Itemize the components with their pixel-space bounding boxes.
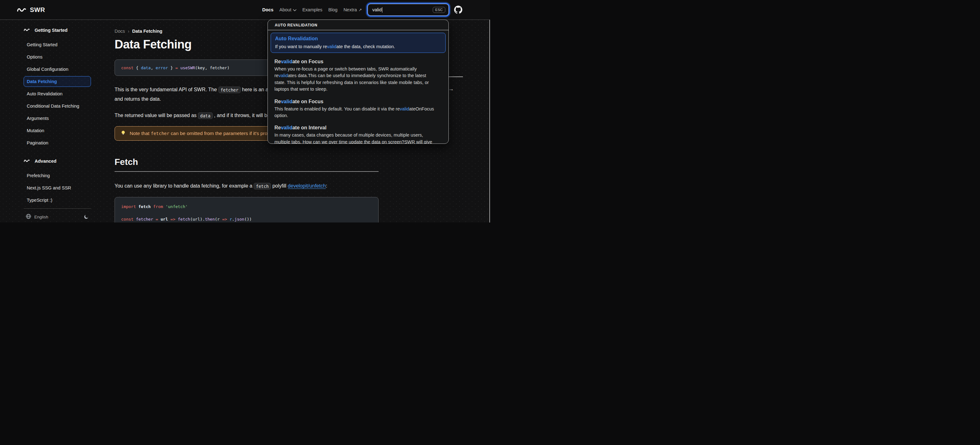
search-result-title: Auto Revalidation (275, 36, 441, 42)
sidebar-item-mutation[interactable]: Mutation (24, 125, 91, 136)
search-result-description: If you want to manually revalidate the d… (275, 43, 441, 50)
search-result-revalidate-on-focus-1[interactable]: Revalidate on Focus When you re-focus a … (274, 59, 444, 93)
navbar-inner: SWR Docs About Examples Blog Nextra ↗ v (17, 0, 462, 19)
nav-links: Docs About Examples Blog Nextra ↗ (262, 7, 362, 12)
sidebar-item-auto-revalidation[interactable]: Auto Revalidation (24, 89, 91, 99)
nav-link-about[interactable]: About (280, 7, 296, 12)
sidebar-item-global-configuration[interactable]: Global Configuration (24, 64, 91, 75)
search-result-description: This feature is enabled by default. You … (274, 106, 444, 119)
search-input[interactable]: valid ESC (368, 4, 449, 16)
toc-link-arrow-icon[interactable]: → (448, 86, 454, 92)
code-block-unfetch: import fetch from 'unfetch' const fetche… (115, 197, 379, 222)
language-label: English (34, 215, 48, 219)
nav-link-nextra[interactable]: Nextra ↗ (344, 7, 362, 12)
sidebar-items: Getting Started Options Global Configura… (24, 39, 91, 148)
language-selector[interactable]: English (26, 214, 48, 220)
sidebar-section-getting-started: Getting Started (24, 25, 91, 35)
sidebar-section-advanced: Advanced (24, 156, 91, 166)
search-result-revalidate-on-focus-2[interactable]: Revalidate on Focus This feature is enab… (274, 99, 444, 119)
search-results-header: AUTO REVALIDATION (268, 20, 449, 30)
search-input-value: valid (372, 7, 382, 12)
globe-icon (26, 214, 31, 220)
sidebar-item-typescript[interactable]: TypeScript :) (24, 195, 91, 205)
inline-link[interactable]: developit/unfetch (288, 183, 326, 189)
external-link-icon: ↗ (358, 8, 362, 12)
text-caret (382, 7, 383, 13)
page: SWR Docs About Examples Blog Nextra ↗ v (0, 0, 490, 222)
logo-text: SWR (30, 6, 45, 14)
breadcrumb-docs[interactable]: Docs (115, 29, 125, 34)
sidebar-footer: English (24, 209, 91, 222)
sidebar-item-getting-started[interactable]: Getting Started (24, 39, 91, 50)
sidebar-item-arguments[interactable]: Arguments (24, 113, 91, 124)
scrollbar[interactable] (489, 20, 490, 222)
search-result-title: Revalidate on Interval (274, 125, 444, 131)
sidebar: Getting Started Getting Started Options … (24, 25, 91, 222)
search-results-popup: AUTO REVALIDATION Auto Revalidation If y… (267, 19, 449, 144)
chevron-down-icon (293, 7, 296, 12)
sidebar-gap (24, 150, 91, 156)
search-results-list: Revalidate on Focus When you re-focus a … (268, 59, 449, 144)
search-result-title: Revalidate on Focus (274, 59, 444, 65)
theme-toggle-button[interactable] (83, 214, 89, 220)
nav-link-docs[interactable]: Docs (262, 7, 273, 12)
moon-icon (83, 214, 89, 220)
swr-logo[interactable]: SWR (17, 6, 45, 14)
search-result-description: In many cases, data changes because of m… (274, 132, 444, 144)
sidebar-item-data-fetching[interactable]: Data Fetching (24, 76, 91, 87)
esc-key-badge: ESC (433, 7, 445, 13)
navbar: SWR Docs About Examples Blog Nextra ↗ v (0, 0, 490, 20)
search-result-title: Revalidate on Focus (274, 99, 444, 105)
search-result-description: When you re-focus a page or switch betwe… (274, 66, 444, 93)
github-link[interactable] (454, 6, 462, 14)
sidebar-item-prefetching[interactable]: Prefetching (24, 170, 91, 181)
wave-icon (24, 159, 30, 164)
github-icon (454, 6, 462, 14)
lightbulb-icon (121, 130, 126, 137)
sidebar-items-advanced: Prefetching Next.js SSG and SSR TypeScri… (24, 170, 91, 205)
section-heading-fetch: Fetch (115, 157, 379, 167)
sidebar-item-nextjs-ssg-ssr[interactable]: Next.js SSG and SSR (24, 183, 91, 193)
toc-divider-fragment (449, 76, 463, 77)
wave-icon (24, 28, 30, 33)
sidebar-item-conditional-data-fetching[interactable]: Conditional Data Fetching (24, 101, 91, 111)
section-heading-rule (115, 171, 379, 172)
swr-wave-icon (17, 6, 27, 13)
search-result-revalidate-on-interval[interactable]: Revalidate on Interval In many cases, da… (274, 125, 444, 144)
nav-link-blog[interactable]: Blog (328, 7, 337, 12)
sidebar-item-pagination[interactable]: Pagination (24, 138, 91, 148)
nav-link-examples[interactable]: Examples (302, 7, 323, 12)
breadcrumb-current: Data Fetching (132, 29, 162, 34)
breadcrumb-separator-icon: › (128, 28, 129, 34)
paragraph-any-library: You can use any library to handle data f… (115, 181, 379, 191)
search-result-selected[interactable]: Auto Revalidation If you want to manuall… (270, 33, 445, 53)
sidebar-item-options[interactable]: Options (24, 52, 91, 62)
